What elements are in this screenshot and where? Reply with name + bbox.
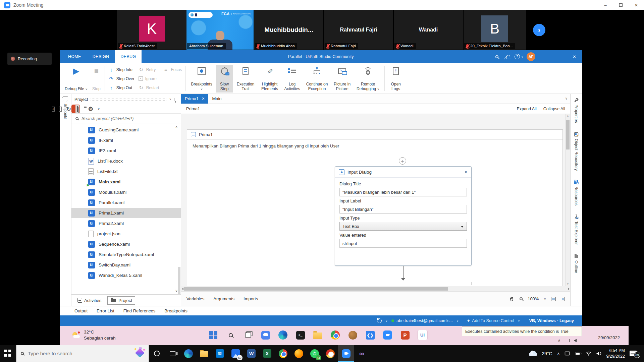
- zoom-search-icon[interactable]: [520, 297, 523, 300]
- hscroll-thumb[interactable]: [184, 287, 448, 291]
- expand-all-icon[interactable]: +: [52, 107, 55, 112]
- scroll-left-icon[interactable]: [182, 288, 183, 290]
- pan-hand-icon[interactable]: [509, 296, 515, 302]
- step-out-button[interactable]: Step Out: [109, 84, 135, 91]
- edge-icon[interactable]: [278, 330, 288, 340]
- file-row-selected[interactable]: Prima1.xaml: [71, 208, 181, 218]
- file-row[interactable]: IF.xaml: [71, 135, 181, 145]
- taskbar-search-input[interactable]: [28, 351, 112, 356]
- browser-icon[interactable]: [322, 345, 338, 362]
- zoom-dropdown-icon[interactable]: [544, 297, 546, 301]
- whatsapp-icon[interactable]: ✆51: [307, 345, 322, 362]
- picture-in-picture-toggle[interactable]: Picture in Picture: [331, 65, 353, 93]
- refresh-icon[interactable]: [66, 106, 71, 113]
- input-type-select[interactable]: Text Box: [339, 222, 467, 231]
- canvas-vertical-scrollbar[interactable]: [565, 114, 570, 286]
- task-view-button-win11[interactable]: [243, 330, 253, 340]
- canvas-horizontal-scrollbar[interactable]: [181, 286, 570, 291]
- pin-icon[interactable]: [174, 98, 177, 101]
- collapse-all-link[interactable]: Collapse All: [543, 107, 565, 111]
- volume-icon[interactable]: [596, 351, 601, 356]
- input-label-input[interactable]: [339, 205, 467, 214]
- dialog-title-input[interactable]: [339, 188, 467, 196]
- panel-menu-icon[interactable]: [169, 98, 171, 101]
- powerpoint-icon[interactable]: P: [400, 330, 410, 340]
- tab-outline[interactable]: Outline: [574, 254, 579, 273]
- file-row[interactable]: SimulateTypeNotepad.xaml: [71, 249, 181, 260]
- participant-tile[interactable]: Rahmatul Fajri Rahmatul Fajri: [324, 10, 393, 50]
- breadcrumb[interactable]: Prima1: [186, 106, 200, 111]
- file-row-main[interactable]: Main.xaml: [71, 177, 181, 187]
- cortana-icon[interactable]: [149, 345, 165, 362]
- project-scrollbar[interactable]: [178, 267, 180, 294]
- debug-file-button[interactable]: Debug File: [62, 65, 90, 93]
- excel-icon[interactable]: X: [259, 345, 275, 362]
- task-view-icon[interactable]: [165, 345, 180, 362]
- search-button-win11[interactable]: [225, 330, 236, 340]
- taskbar-search[interactable]: [16, 345, 149, 362]
- fit-to-screen-icon[interactable]: [551, 297, 556, 301]
- file-row[interactable]: Modulus.xaml: [71, 187, 181, 197]
- search-highlight-icon[interactable]: [134, 348, 146, 360]
- project-search[interactable]: [71, 113, 181, 123]
- toolbar-overflow-icon[interactable]: [98, 107, 100, 111]
- retry-button[interactable]: Retry: [139, 66, 159, 73]
- collapse-all-icon[interactable]: −: [59, 107, 62, 112]
- focus-button[interactable]: Focus: [163, 66, 182, 73]
- tab-imports[interactable]: Imports: [244, 296, 258, 301]
- ignore-button[interactable]: ✕Ignore: [139, 75, 159, 82]
- chrome-icon[interactable]: [275, 345, 291, 362]
- add-activity-node[interactable]: [399, 157, 406, 165]
- tab-output[interactable]: Output: [74, 308, 88, 313]
- file-row[interactable]: ListFile.txt: [71, 166, 181, 177]
- action-center-icon[interactable]: 39: [630, 351, 637, 356]
- mail-icon[interactable]: ✉: [212, 345, 228, 362]
- participant-tile[interactable]: B 20_Teknik Elektro_Bon...: [464, 10, 526, 50]
- doc-tab-prima1[interactable]: Prima1: [181, 94, 208, 104]
- file-explorer-icon[interactable]: [313, 330, 323, 340]
- collapse-activity-icon[interactable]: «: [464, 171, 469, 173]
- start-button-win11[interactable]: [208, 330, 218, 340]
- weather-cloud-icon[interactable]: [529, 353, 537, 356]
- participant-tile[interactable]: K Kelas5 Train4best: [117, 10, 186, 50]
- chrome-icon[interactable]: [330, 330, 340, 340]
- close-tab-icon[interactable]: [202, 97, 205, 101]
- tray-chevron-icon[interactable]: [558, 338, 560, 343]
- alerts-icon[interactable]: [502, 50, 514, 63]
- next-participants-button[interactable]: ›: [533, 24, 545, 36]
- uipath-icon[interactable]: Ui: [417, 330, 428, 340]
- highlight-elements-button[interactable]: Highlight Elements: [258, 65, 281, 93]
- photos-icon[interactable]: 67: [228, 345, 244, 362]
- hidden-icons-chevron[interactable]: [557, 351, 560, 356]
- execution-trail-button[interactable]: Execution Trail: [233, 65, 258, 93]
- doc-tab-main[interactable]: Main: [208, 94, 225, 104]
- input-dialog-activity[interactable]: A Input Dialog « Dialog Title Input Labe…: [335, 166, 472, 266]
- tab-project[interactable]: Project: [107, 296, 135, 305]
- zoom-level[interactable]: 100%: [528, 296, 539, 301]
- firefox-icon[interactable]: [291, 345, 307, 362]
- file-row[interactable]: IF2.xaml: [71, 145, 181, 156]
- stop-button[interactable]: Stop: [90, 65, 103, 93]
- zoom-app-icon[interactable]: [382, 330, 393, 340]
- tab-test-explorer[interactable]: Test Explorer: [574, 215, 579, 245]
- tab-find-references[interactable]: Find References: [123, 308, 155, 313]
- word-icon[interactable]: W: [244, 345, 259, 362]
- tab-object-repository[interactable]: Object Repository: [574, 132, 579, 171]
- tab-list-icon[interactable]: [565, 97, 568, 100]
- weather-widget[interactable]: 32°CSebagian cerah: [72, 329, 116, 341]
- tab-activities[interactable]: Activities: [75, 297, 104, 304]
- zoom-running-icon[interactable]: [338, 345, 354, 362]
- tree-scroll-down-icon[interactable]: [175, 289, 178, 293]
- file-row[interactable]: Prima2.xaml: [71, 218, 181, 229]
- log-activities-button[interactable]: Log Activities: [281, 65, 303, 93]
- participant-tile[interactable]: Wanadi Wanadi: [394, 10, 463, 50]
- cast-tray-icon[interactable]: [565, 351, 570, 356]
- step-into-button[interactable]: Step Into: [109, 66, 135, 73]
- file-row[interactable]: Parallel.xaml: [71, 197, 181, 208]
- tab-home[interactable]: HOME: [62, 50, 87, 63]
- tab-error-list[interactable]: Error List: [97, 308, 114, 313]
- project-search-input[interactable]: [82, 116, 159, 121]
- slow-step-toggle[interactable]: Slow Step: [216, 65, 233, 93]
- orchestrator-selector[interactable]: [377, 318, 389, 323]
- account-avatar[interactable]: AF: [525, 50, 537, 63]
